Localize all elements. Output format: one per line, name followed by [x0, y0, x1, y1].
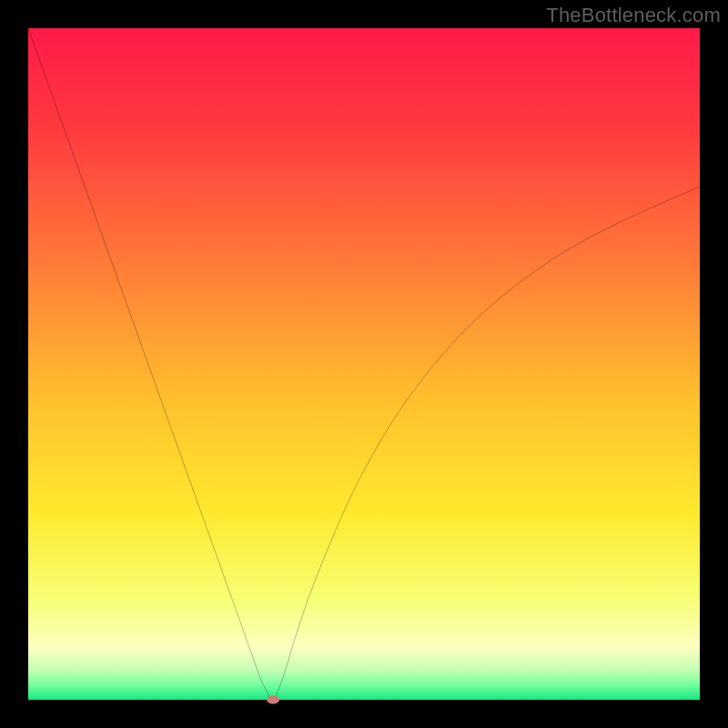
chart-frame: TheBottleneck.com — [0, 0, 728, 728]
watermark-text: TheBottleneck.com — [546, 4, 721, 27]
chart-background-gradient — [28, 28, 700, 700]
